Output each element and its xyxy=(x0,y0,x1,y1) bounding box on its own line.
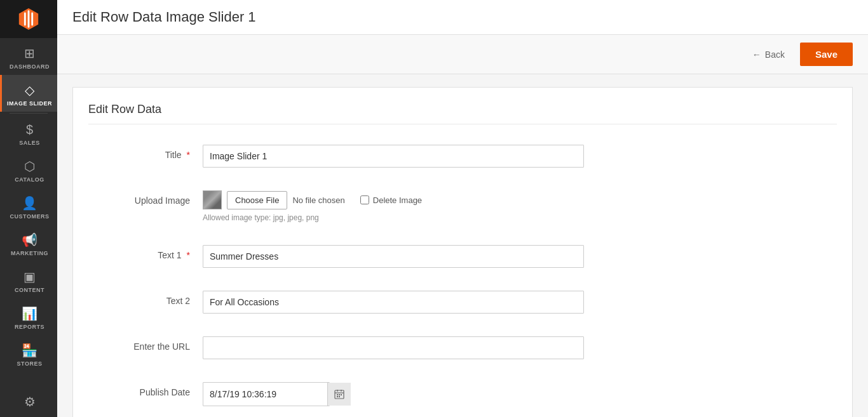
svg-rect-8 xyxy=(339,396,340,397)
svg-rect-4 xyxy=(337,394,338,395)
url-row: Enter the URL xyxy=(88,331,837,364)
sidebar-item-content[interactable]: ▣ CONTENT xyxy=(0,261,57,298)
svg-rect-7 xyxy=(337,396,338,397)
settings-icon: ⚙ xyxy=(24,394,36,409)
toolbar: ← Back Save xyxy=(57,35,868,74)
form-section-title: Edit Row Data xyxy=(88,103,837,124)
text1-input[interactable] xyxy=(203,245,584,268)
content-icon: ▣ xyxy=(24,269,36,284)
text2-input[interactable] xyxy=(203,291,584,314)
title-field xyxy=(203,145,584,168)
page-title: Edit Row Data Image Slider 1 xyxy=(72,9,853,25)
text2-label: Text 2 xyxy=(88,291,203,306)
calendar-button[interactable] xyxy=(327,383,351,406)
sidebar-item-dashboard[interactable]: ⊞ DASHBOARD xyxy=(0,38,57,75)
text1-row: Text 1 * xyxy=(88,240,837,273)
sales-icon: $ xyxy=(26,122,33,137)
image-preview xyxy=(203,190,222,209)
url-input[interactable] xyxy=(203,336,584,359)
text1-field xyxy=(203,245,584,268)
sidebar-item-label: DASHBOARD xyxy=(10,63,50,70)
sidebar-item-label: IMAGE SLIDER xyxy=(7,100,52,107)
sidebar-item-image-slider[interactable]: ◇ IMAGE SLIDER xyxy=(0,75,57,112)
customers-icon: 👤 xyxy=(22,195,37,211)
marketing-icon: 📢 xyxy=(22,232,37,248)
sidebar-item-customers[interactable]: 👤 CUSTOMERS xyxy=(0,188,57,225)
choose-file-button[interactable]: Choose File xyxy=(227,191,287,209)
text2-row: Text 2 xyxy=(88,286,837,319)
no-file-text: No file chosen xyxy=(292,195,344,205)
catalog-icon: ⬡ xyxy=(24,159,35,174)
back-label: Back xyxy=(765,50,785,60)
sidebar-item-label: CATALOG xyxy=(15,176,44,183)
sidebar-item-label: REPORTS xyxy=(15,324,44,330)
sidebar-item-label: CONTENT xyxy=(15,287,44,293)
calendar-icon xyxy=(334,389,344,399)
page-header: Edit Row Data Image Slider 1 xyxy=(57,0,868,35)
sidebar: ⊞ DASHBOARD ◇ IMAGE SLIDER $ SALES ⬡ CAT… xyxy=(0,0,57,417)
main-content: Edit Row Data Image Slider 1 ← Back Save… xyxy=(57,0,868,417)
title-label: Title * xyxy=(88,145,203,160)
sidebar-item-sales[interactable]: $ SALES xyxy=(0,115,57,151)
required-indicator: * xyxy=(187,250,190,260)
publish-date-input[interactable] xyxy=(203,384,327,404)
delete-image-label: Delete Image xyxy=(373,195,422,205)
sidebar-item-catalog[interactable]: ⬡ CATALOG xyxy=(0,151,57,188)
svg-rect-6 xyxy=(341,394,342,395)
upload-image-row: Upload Image Choose File No file chosen … xyxy=(88,185,837,227)
sidebar-item-label: SALES xyxy=(19,140,40,146)
url-field xyxy=(203,336,584,359)
upload-image-label: Upload Image xyxy=(88,190,203,206)
upload-area: Choose File No file chosen Delete Image xyxy=(203,190,584,209)
publish-date-field xyxy=(203,382,584,406)
sidebar-item-reports[interactable]: 📊 REPORTS xyxy=(0,298,57,335)
sidebar-item-label: CUSTOMERS xyxy=(10,213,50,220)
back-button[interactable]: ← Back xyxy=(745,44,792,65)
save-button[interactable]: Save xyxy=(800,43,853,66)
sidebar-divider xyxy=(10,113,48,114)
reports-icon: 📊 xyxy=(22,306,37,321)
url-label: Enter the URL xyxy=(88,336,203,352)
dashboard-icon: ⊞ xyxy=(24,46,35,61)
form-container: Edit Row Data Title * Upload Image Choos… xyxy=(72,87,853,417)
publish-date-row: Publish Date xyxy=(88,377,837,411)
sidebar-logo[interactable] xyxy=(0,0,57,38)
image-preview-inner xyxy=(203,191,221,209)
sidebar-item-label: MARKETING xyxy=(11,250,48,256)
sidebar-bottom: ⚙ xyxy=(0,387,57,417)
upload-hint: Allowed image type: jpg, jpeg, png xyxy=(203,213,584,222)
required-indicator: * xyxy=(187,150,190,160)
date-input-wrap xyxy=(203,382,330,406)
delete-image-area: Delete Image xyxy=(360,195,422,205)
sidebar-item-settings[interactable]: ⚙ xyxy=(0,387,57,417)
title-input[interactable] xyxy=(203,145,584,168)
magento-logo-icon xyxy=(17,7,41,31)
sidebar-item-marketing[interactable]: 📢 MARKETING xyxy=(0,225,57,261)
publish-date-label: Publish Date xyxy=(88,382,203,397)
back-arrow-icon: ← xyxy=(752,50,761,60)
upload-image-field: Choose File No file chosen Delete Image … xyxy=(203,190,584,222)
sidebar-item-label: STORES xyxy=(17,361,43,367)
title-row: Title * xyxy=(88,140,837,173)
stores-icon: 🏪 xyxy=(22,343,37,358)
delete-image-checkbox[interactable] xyxy=(360,195,369,204)
image-slider-icon: ◇ xyxy=(25,83,34,98)
text1-label: Text 1 * xyxy=(88,245,203,260)
sidebar-item-stores[interactable]: 🏪 STORES xyxy=(0,335,57,372)
svg-rect-5 xyxy=(339,394,340,395)
text2-field xyxy=(203,291,584,314)
